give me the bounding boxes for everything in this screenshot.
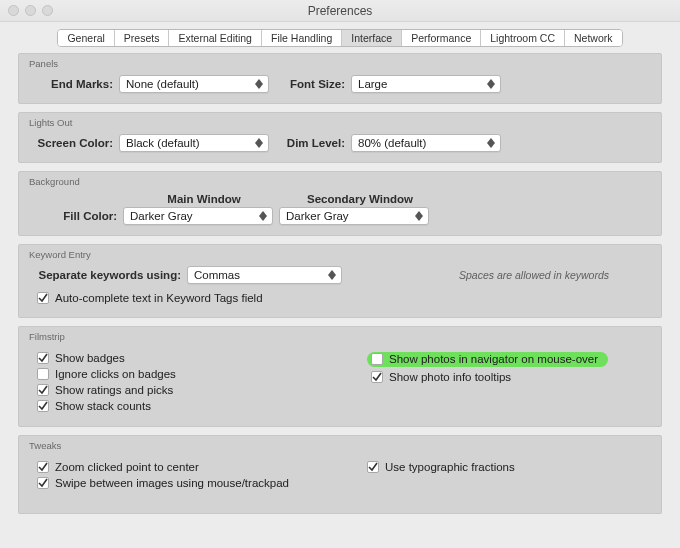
dim-level-select[interactable]: 80% (default) xyxy=(351,134,501,152)
chevron-updown-icon xyxy=(327,270,337,280)
section-label: Lights Out xyxy=(29,117,649,128)
show-ratings-label: Show ratings and picks xyxy=(55,384,173,396)
ignore-clicks-label: Ignore clicks on badges xyxy=(55,368,176,380)
font-size-value: Large xyxy=(358,78,387,90)
end-marks-value: None (default) xyxy=(126,78,199,90)
autocomplete-label: Auto-complete text in Keyword Tags field xyxy=(55,292,263,304)
fill-color-main-select[interactable]: Darker Gray xyxy=(123,207,273,225)
fill-color-main-value: Darker Gray xyxy=(130,210,193,222)
chevron-updown-icon xyxy=(486,79,496,89)
separate-keywords-select[interactable]: Commas xyxy=(187,266,342,284)
end-marks-select[interactable]: None (default) xyxy=(119,75,269,93)
chevron-updown-icon xyxy=(258,211,268,221)
section-panels: Panels End Marks: None (default) Font Si… xyxy=(18,53,662,104)
photo-info-tooltips-checkbox[interactable] xyxy=(371,371,383,383)
dim-level-value: 80% (default) xyxy=(358,137,426,149)
screen-color-value: Black (default) xyxy=(126,137,200,149)
tab-network[interactable]: Network xyxy=(565,30,622,46)
chevron-updown-icon xyxy=(254,79,264,89)
show-badges-label: Show badges xyxy=(55,352,125,364)
tab-interface[interactable]: Interface xyxy=(342,30,402,46)
secondary-window-header: Secondary Window xyxy=(285,193,435,205)
tab-file-handling[interactable]: File Handling xyxy=(262,30,342,46)
separate-keywords-value: Commas xyxy=(194,269,240,281)
tabs: General Presets External Editing File Ha… xyxy=(0,29,680,47)
svg-marker-7 xyxy=(487,143,495,148)
show-stack-counts-label: Show stack counts xyxy=(55,400,151,412)
dim-level-label: Dim Level: xyxy=(275,137,345,149)
swipe-images-label: Swipe between images using mouse/trackpa… xyxy=(55,477,289,489)
section-lights-out: Lights Out Screen Color: Black (default)… xyxy=(18,112,662,163)
svg-marker-1 xyxy=(255,84,263,89)
zoom-center-label: Zoom clicked point to center xyxy=(55,461,199,473)
svg-marker-13 xyxy=(328,275,336,280)
svg-marker-9 xyxy=(259,216,267,221)
fill-color-secondary-value: Darker Gray xyxy=(286,210,349,222)
section-keyword-entry: Keyword Entry Separate keywords using: C… xyxy=(18,244,662,318)
main-window-header: Main Window xyxy=(129,193,279,205)
show-badges-checkbox[interactable] xyxy=(37,352,49,364)
tab-presets[interactable]: Presets xyxy=(115,30,170,46)
section-background: Background Main Window Secondary Window … xyxy=(18,171,662,236)
screen-color-select[interactable]: Black (default) xyxy=(119,134,269,152)
minimize-icon[interactable] xyxy=(25,5,36,16)
fill-color-secondary-select[interactable]: Darker Gray xyxy=(279,207,429,225)
screen-color-label: Screen Color: xyxy=(31,137,113,149)
photo-info-tooltips-label: Show photo info tooltips xyxy=(389,371,511,383)
svg-marker-5 xyxy=(255,143,263,148)
typographic-fractions-checkbox[interactable] xyxy=(367,461,379,473)
section-filmstrip: Filmstrip Show badges Ignore clicks on b… xyxy=(18,326,662,427)
tab-performance[interactable]: Performance xyxy=(402,30,481,46)
tab-external-editing[interactable]: External Editing xyxy=(169,30,262,46)
svg-marker-11 xyxy=(415,216,423,221)
fill-color-label: Fill Color: xyxy=(31,210,117,222)
titlebar: Preferences xyxy=(0,0,680,22)
navigator-mouseover-highlight: Show photos in navigator on mouse-over xyxy=(367,352,608,367)
zoom-icon[interactable] xyxy=(42,5,53,16)
window-controls xyxy=(8,5,53,16)
show-stack-counts-checkbox[interactable] xyxy=(37,400,49,412)
navigator-mouseover-checkbox[interactable] xyxy=(371,353,383,365)
section-label: Background xyxy=(29,176,649,187)
chevron-updown-icon xyxy=(486,138,496,148)
ignore-clicks-checkbox[interactable] xyxy=(37,368,49,380)
font-size-select[interactable]: Large xyxy=(351,75,501,93)
section-label: Panels xyxy=(29,58,649,69)
autocomplete-checkbox[interactable] xyxy=(37,292,49,304)
separate-keywords-label: Separate keywords using: xyxy=(31,269,181,281)
navigator-mouseover-label: Show photos in navigator on mouse-over xyxy=(389,353,598,365)
keyword-entry-hint: Spaces are allowed in keywords xyxy=(348,269,649,281)
svg-marker-3 xyxy=(487,84,495,89)
swipe-images-checkbox[interactable] xyxy=(37,477,49,489)
zoom-center-checkbox[interactable] xyxy=(37,461,49,473)
section-label: Filmstrip xyxy=(29,331,649,342)
tab-general[interactable]: General xyxy=(58,30,114,46)
typographic-fractions-label: Use typographic fractions xyxy=(385,461,515,473)
chevron-updown-icon xyxy=(414,211,424,221)
section-tweaks: Tweaks Zoom clicked point to center Swip… xyxy=(18,435,662,514)
tab-lightroom-cc[interactable]: Lightroom CC xyxy=(481,30,565,46)
font-size-label: Font Size: xyxy=(275,78,345,90)
show-ratings-checkbox[interactable] xyxy=(37,384,49,396)
chevron-updown-icon xyxy=(254,138,264,148)
section-label: Tweaks xyxy=(29,440,649,451)
section-label: Keyword Entry xyxy=(29,249,649,260)
window-title: Preferences xyxy=(308,4,373,18)
close-icon[interactable] xyxy=(8,5,19,16)
end-marks-label: End Marks: xyxy=(31,78,113,90)
